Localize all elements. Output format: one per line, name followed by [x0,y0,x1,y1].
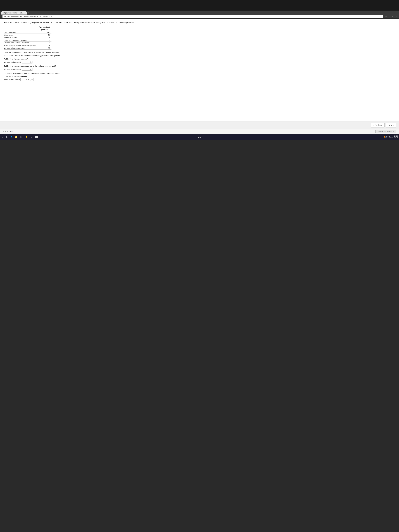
question-b-label: B. 17,000 units are produced, what is th… [4,65,395,67]
taskbar-apps-icon[interactable]: ⊞ [19,135,23,138]
table-row: Fixed selling and administrative expense… [4,44,51,47]
question-c-answer-row: Total variable costs $ [4,78,395,81]
table-row: Direct Labor10 [4,33,51,36]
new-tab-button[interactable]: + [27,12,30,14]
question-c-answer-label: Total variable costs $ [4,79,20,81]
taskbar-edge-icon[interactable]: e [10,136,13,138]
question-b-answer-label: Variable cost per unit $ [4,68,21,70]
next-icon: › [393,124,394,126]
table-cell-label: Fixed manufacturing overhead [4,39,37,41]
table-cell-value: 25 [37,47,51,49]
taskbar-hp-logo: hp [198,135,201,139]
browser-tab[interactable]: (28) Summer Walker - No L... × [1,11,27,14]
question-c-input[interactable] [20,78,34,81]
nav-footer: ‹ Previous Next › [0,121,399,129]
table-subcol1-header [4,28,37,31]
settings-icon[interactable]: ⚙ [395,15,397,18]
previous-button[interactable]: ‹ Previous [371,123,385,127]
next-label: Next [389,124,393,126]
content-area: Rose Company has a relevant range of pro… [0,19,399,121]
table-cell-label: Fixed selling and administrative expense… [4,44,37,47]
browser-chrome: (28) Summer Walker - No L... × + w.com/i… [0,11,399,19]
total-cost-question: For C. and D., what is the total manufac… [4,72,395,74]
taskbar-right: 26°F Sunny 10:24 3/4/2 [384,135,398,139]
table-cell-label: Direct Labor [4,33,37,36]
previous-label: Previous [375,124,382,126]
taskbar-power-icon[interactable]: ⚡ [24,135,29,138]
tab-close-button[interactable]: × [24,12,25,14]
question-b-answer-row: Variable cost per unit $ [4,68,395,71]
tab-bar: (28) Summer Walker - No L... × + [1,11,398,14]
table-subcol2-header: per Unit [37,28,51,31]
top-bezel [0,0,399,11]
address-bar[interactable]: w.com/ilrn/takeAssignment/takeAssignment… [2,15,383,18]
table-cell-label: Direct Materials [4,31,37,33]
weather-text: 26°F Sunny [385,136,393,138]
variable-cost-question: For A. and B., what is the variable manu… [4,55,395,57]
refresh-icon[interactable]: ↻ [392,15,393,18]
taskbar-files-icon[interactable]: 📁 [14,135,19,138]
intro-text: Rose Company has a relevant range of pro… [4,21,395,24]
question-a-answer-label: Variable cost per unit $ [4,61,21,63]
table-col2-header: Average Cost [37,26,51,28]
weather-widget: 26°F Sunny [384,136,393,138]
table-row: Direct Materials$13 [4,31,51,33]
table-cell-value: $13 [37,31,51,33]
instructions-text: Using the cost data from Rose Company, a… [4,51,395,53]
question-c-label: C. 21,000 units are produced? [4,76,395,77]
table-cell-value: 8 [37,44,51,47]
status-bar: All work saved. Submit Test for Gradin [0,129,399,134]
taskbar-time: 10:24 3/4/2 [394,135,398,139]
table-row: Fixed manufacturing overhead5 [4,39,51,41]
table-cell-value: 2 [37,41,51,44]
question-a-label: A. 10,000 units are produced? [4,58,395,60]
table-cell-value: 10 [37,33,51,36]
question-c-block: C. 21,000 units are produced? Total vari… [4,76,395,81]
table-cell-label: Variable manufacturing overhead [4,41,37,44]
browser-icons: ☆ ↻ ⚙ [389,15,397,18]
table-cell-label: Variable sales commissions [4,47,37,49]
question-b-block: B. 17,000 units are produced, what is th… [4,65,395,71]
table-cell-value: 5 [37,39,51,41]
taskbar-windows-icon[interactable]: ⊞ [5,135,9,138]
table-row: Variable sales commissions25 [4,47,51,49]
question-a-block: A. 10,000 units are produced? Variable c… [4,58,395,63]
taskbar-start-button[interactable]: ○ [1,136,4,138]
taskbar: ○ ⊞ e 📁 ⊞ ⚡ ✉ ⬜ hp 26°F Sunny 10:24 3/4/… [0,134,399,140]
time-display: 10:24 [394,135,398,137]
question-a-input[interactable] [22,61,32,63]
submit-button[interactable]: Submit Test for Gradin [375,130,396,133]
table-cell-value: 2 [37,36,51,39]
address-bar-row: w.com/ilrn/takeAssignment/takeAssignment… [1,14,398,19]
bookmark-icon[interactable]: ☆ [389,15,390,18]
weather-icon [384,136,385,138]
table-row: Indirect Materials2 [4,36,51,39]
page-counter: 1/1 [385,16,387,18]
table-cell-label: Indirect Materials [4,36,37,39]
table-row: Variable manufacturing overhead2 [4,41,51,44]
saved-text: All work saved. [3,131,13,133]
next-button[interactable]: Next › [386,123,396,127]
taskbar-app-icon[interactable]: ⬜ [34,135,39,138]
question-b-input[interactable] [22,68,32,71]
cost-table: Average Cost per Unit Direct Materials$1… [4,26,51,50]
date-display: 3/4/2 [394,137,398,139]
previous-icon: ‹ [374,124,374,126]
question-a-answer-row: Variable cost per unit $ [4,61,395,63]
tab-label: (28) Summer Walker - No L... [3,12,24,14]
taskbar-mail-icon[interactable]: ✉ [30,135,33,138]
table-col1-header [4,26,37,28]
